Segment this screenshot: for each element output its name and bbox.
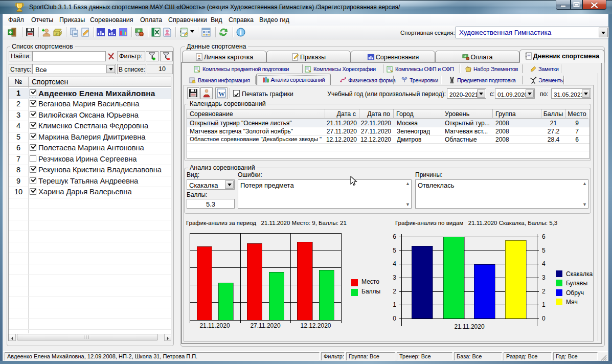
- svg-text:W: W: [218, 90, 225, 98]
- svg-text:Z: Z: [55, 32, 58, 36]
